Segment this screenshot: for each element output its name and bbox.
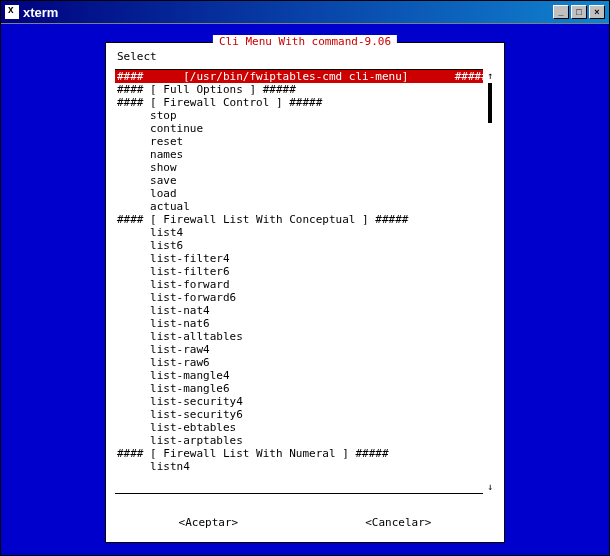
list-item[interactable]: show — [115, 161, 483, 174]
list-item[interactable]: stop — [115, 109, 483, 122]
list-item[interactable]: list-nat6 — [115, 317, 483, 330]
list-item[interactable]: #### [ Firewall List With Numeral ] ####… — [115, 447, 483, 460]
list-item[interactable]: list-forward6 — [115, 291, 483, 304]
list-item[interactable]: list-forward — [115, 278, 483, 291]
list-item[interactable]: listn4 — [115, 460, 483, 473]
dialog-buttons: <Aceptar> <Cancelar> — [115, 516, 495, 529]
list-item[interactable]: continue — [115, 122, 483, 135]
list-item[interactable]: names — [115, 148, 483, 161]
menu-list-wrap: #### [/usr/bin/fwiptables-cmd cli-menu] … — [115, 69, 495, 494]
list-item[interactable]: list-filter6 — [115, 265, 483, 278]
list-item[interactable]: #### [ Firewall List With Conceptual ] #… — [115, 213, 483, 226]
ok-button[interactable]: <Aceptar> — [179, 516, 239, 529]
scroll-thumb[interactable] — [488, 83, 492, 123]
list-item[interactable]: list-raw4 — [115, 343, 483, 356]
list-item[interactable]: #### [ Full Options ] ##### — [115, 83, 483, 96]
list-item[interactable]: list-ebtables — [115, 421, 483, 434]
list-item[interactable]: reset — [115, 135, 483, 148]
list-item[interactable]: list-security4 — [115, 395, 483, 408]
window-title: xterm — [23, 5, 553, 20]
select-label: Select — [117, 50, 495, 63]
titlebar[interactable]: xterm _ □ × — [1, 1, 609, 23]
list-item[interactable]: list4 — [115, 226, 483, 239]
list-item[interactable]: list-nat4 — [115, 304, 483, 317]
list-item[interactable]: #### [/usr/bin/fwiptables-cmd cli-menu] … — [115, 70, 483, 83]
list-item[interactable]: actual — [115, 200, 483, 213]
list-item[interactable]: list-raw6 — [115, 356, 483, 369]
list-item[interactable]: save — [115, 174, 483, 187]
list-item[interactable]: list-alltables — [115, 330, 483, 343]
list-item[interactable]: list6 — [115, 239, 483, 252]
close-button[interactable]: × — [589, 5, 605, 19]
window-controls: _ □ × — [553, 5, 605, 19]
list-item[interactable]: load — [115, 187, 483, 200]
list-item[interactable]: list-filter4 — [115, 252, 483, 265]
dialog-box: Cli Menu With command-9.06 Select #### [… — [105, 42, 505, 543]
dialog-title: Cli Menu With command-9.06 — [213, 35, 397, 48]
cancel-button[interactable]: <Cancelar> — [365, 516, 431, 529]
list-item[interactable]: #### [ Firewall Control ] ##### — [115, 96, 483, 109]
list-item[interactable]: list-arptables — [115, 434, 483, 447]
minimize-button[interactable]: _ — [553, 5, 569, 19]
menu-list[interactable]: #### [/usr/bin/fwiptables-cmd cli-menu] … — [115, 69, 483, 494]
list-item[interactable]: list-mangle4 — [115, 369, 483, 382]
scroll-down-icon[interactable]: ↓ — [485, 482, 495, 492]
xterm-window: xterm _ □ × Cli Menu With command-9.06 S… — [0, 0, 610, 556]
app-icon — [5, 5, 19, 19]
terminal-area: Cli Menu With command-9.06 Select #### [… — [1, 23, 609, 555]
scroll-up-icon[interactable]: ↑ — [485, 71, 495, 81]
maximize-button[interactable]: □ — [571, 5, 587, 19]
list-item[interactable]: list-security6 — [115, 408, 483, 421]
list-item[interactable]: list-mangle6 — [115, 382, 483, 395]
scrollbar[interactable]: ↑ ↓ — [485, 69, 495, 494]
